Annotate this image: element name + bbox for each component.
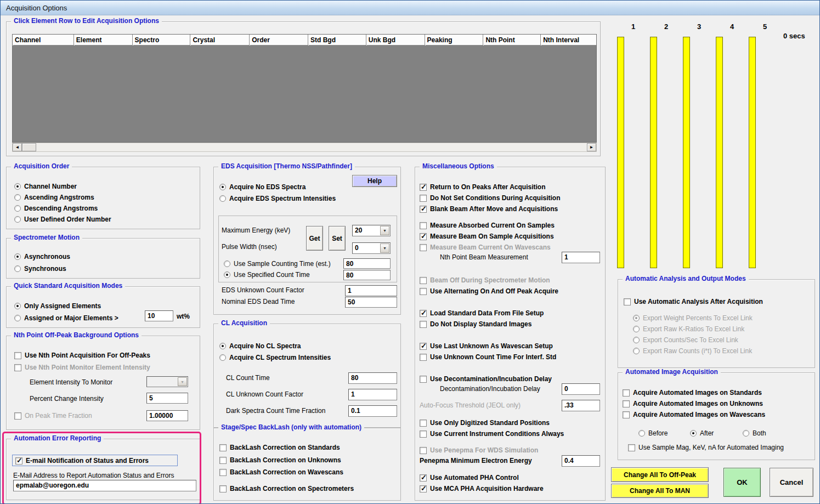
radio-ascending-angstroms[interactable]: Ascending Angstroms — [14, 193, 94, 202]
column-header-nth-interval[interactable]: Nth Interval — [541, 35, 596, 46]
radio-user-defined-order[interactable]: User Defined Order Number — [14, 215, 111, 224]
radio-no-cl-spectra[interactable]: Acquire No CL Spectra — [219, 342, 301, 350]
autofocus-threshold-input[interactable]: .33 — [562, 400, 600, 411]
checkbox-images-wavescans[interactable]: Acquire Automated Images on Wavescans — [623, 410, 765, 419]
checkbox-digitized-standard-positions[interactable]: Use Only Digitized Standard Positions — [420, 418, 550, 427]
radio-export-counts-sec[interactable]: Export Counts/Sec To Excel Link — [633, 336, 738, 344]
checkbox-decontamination-delay[interactable]: Use Decontamination/Incubation Delay — [420, 375, 552, 383]
cl-unknown-factor-input[interactable]: 1 — [348, 389, 397, 400]
checkbox-backlash-spectrometers[interactable]: BackLash Correction on Spectrometers — [219, 484, 354, 493]
checkbox-auto-analysis[interactable]: Use Automatic Analysis After Acquisition — [624, 297, 763, 306]
set-button[interactable]: Set — [329, 226, 346, 251]
radio-channel-number[interactable]: Channel Number — [14, 182, 77, 191]
change-all-offpeak-button[interactable]: Change All To Off-Peak — [611, 467, 709, 482]
checkbox-use-nth-point-offpeaks[interactable]: Use Nth Point Acquisition For Off-Peaks — [14, 351, 150, 360]
column-header-spectro[interactable]: Spectro — [133, 35, 191, 46]
change-all-man-button[interactable]: Change All To MAN — [611, 484, 709, 498]
table-hscrollbar[interactable]: ◄ ► — [12, 143, 597, 152]
sample-counting-time-input[interactable]: 80 — [343, 258, 391, 269]
checkbox-images-standards[interactable]: Acquire Automated Images on Standards — [623, 388, 762, 397]
checkbox-on-peak-fraction[interactable]: On Peak Time Fraction — [14, 411, 92, 420]
checkbox-email-notification[interactable]: E-mail Notification of Status and Errors — [15, 456, 149, 465]
radio-no-eds-spectra[interactable]: Acquire No EDS Spectra — [219, 183, 306, 191]
scrollbar-thumb[interactable] — [22, 143, 36, 151]
email-address-input[interactable]: epmalab@uoregon.edu — [13, 480, 196, 491]
column-header-order[interactable]: Order — [250, 35, 308, 46]
decontamination-delay-input[interactable]: 0 — [562, 383, 600, 395]
radio-only-assigned-elements[interactable]: Only Assigned Elements — [14, 302, 101, 310]
radio-image-after[interactable]: After — [690, 429, 714, 438]
checkbox-alternating-on-off[interactable]: Use Alternating On And Off Peak Acquire — [420, 287, 558, 296]
checkbox-backlash-wavescans[interactable]: BackLash Correction on Wavescans — [219, 468, 343, 477]
max-energy-select[interactable]: 20 ▼ — [352, 225, 391, 236]
column-header-channel[interactable]: Channel — [13, 35, 74, 46]
checkbox-automated-pha[interactable]: Use Automated PHA Control — [420, 473, 519, 482]
checkbox-unknown-count-interf[interactable]: Use Unknown Count Time For Interf. Std — [420, 353, 556, 361]
specified-count-time-input[interactable]: 80 — [343, 270, 391, 280]
dark-spectra-fraction-input[interactable]: 0.1 — [348, 405, 397, 417]
checkbox-beam-off-motion[interactable]: Beam Off During Spectrometer Motion — [420, 276, 550, 285]
titlebar[interactable]: Acquisition Options — [1, 1, 819, 15]
radio-asynchronous[interactable]: Asynchronous — [14, 252, 70, 261]
checkbox-current-instrument-conditions[interactable]: Use Current Instrument Conditions Always — [420, 429, 564, 438]
spectrometer-bar-5 — [749, 37, 756, 268]
radio-specified-count-time[interactable]: Use Specified Count Time — [224, 270, 310, 279]
scroll-right-icon[interactable]: ► — [587, 143, 596, 151]
column-header-unk-bgd[interactable]: Unk Bgd — [366, 35, 425, 46]
eds-unknown-factor-input[interactable]: 1 — [345, 285, 397, 296]
radio-export-k-ratios[interactable]: Export Raw K-Ratios To Excel Link — [633, 325, 744, 333]
checkbox-icon — [420, 485, 427, 492]
column-header-peaking[interactable]: Peaking — [425, 35, 484, 46]
nth-beam-input[interactable]: 1 — [562, 252, 600, 263]
column-header-element[interactable]: Element — [74, 35, 133, 46]
radio-sample-counting-time[interactable]: Use Sample Counting Time (est.) — [224, 259, 331, 268]
major-wt-input[interactable]: 10 — [145, 310, 173, 321]
radio-image-before[interactable]: Before — [638, 429, 668, 438]
radio-export-weight-percents[interactable]: Export Weight Percents To Excel Link — [633, 314, 753, 322]
checkbox-images-unknowns[interactable]: Acquire Automated Images on Unknowns — [623, 399, 763, 408]
checkbox-measure-beam-samples[interactable]: Measure Beam On Sample Acquisitions — [420, 232, 554, 241]
dropdown-arrow-icon[interactable]: ▼ — [380, 226, 389, 235]
element-table-body[interactable] — [13, 46, 596, 142]
checkbox-backlash-standards[interactable]: BackLash Correction on Standards — [219, 443, 340, 452]
dropdown-arrow-icon[interactable]: ▼ — [178, 377, 187, 386]
checkbox-penepma-wds[interactable]: Use Penepma For WDS Simulation — [420, 446, 538, 455]
radio-assigned-or-major[interactable]: Assigned or Major Elements > — [14, 314, 118, 322]
checkbox-no-set-conditions[interactable]: Do Not Set Conditions During Acquisition — [420, 194, 561, 202]
checkbox-measure-absorbed-current[interactable]: Measure Absorbed Current On Samples — [420, 221, 555, 230]
checkbox-mca-pha-hardware[interactable]: Use MCA PHA Acquisition Hardware — [420, 484, 544, 493]
radio-descending-angstroms[interactable]: Descending Angstroms — [14, 204, 98, 213]
scroll-left-icon[interactable]: ◄ — [13, 143, 22, 151]
scrollbar-track[interactable] — [36, 143, 587, 151]
column-header-std-bgd[interactable]: Std Bgd — [308, 35, 366, 46]
radio-eds-spectrum-intensities[interactable]: Acquire EDS Spectrum Intensities — [219, 194, 336, 203]
radio-cl-spectrum-intensities[interactable]: Acquire CL Spectrum Intensities — [219, 353, 331, 362]
checkbox-measure-beam-wavescans[interactable]: Measure Beam Current On Wavescans — [420, 243, 551, 252]
pulse-width-select[interactable]: 0 ▼ — [352, 242, 391, 254]
checkbox-load-standard-data[interactable]: Load Standard Data From File Setup — [420, 309, 544, 318]
column-header-nth-point[interactable]: Nth Point — [483, 35, 541, 46]
dropdown-arrow-icon[interactable]: ▼ — [380, 243, 389, 253]
checkbox-backlash-unknowns[interactable]: BackLash Correction on Unknowns — [219, 456, 341, 465]
radio-image-both[interactable]: Both — [743, 429, 766, 438]
eds-dead-time-input[interactable]: 50 — [345, 297, 397, 308]
ok-button[interactable]: OK — [723, 468, 761, 497]
help-button[interactable]: Help — [352, 175, 397, 187]
radio-export-raw-counts[interactable]: Export Raw Counts (i*t) To Excel Link — [633, 347, 752, 355]
on-peak-fraction-input[interactable]: 1.00000 — [146, 410, 188, 421]
checkbox-sample-mag-kev[interactable]: Use Sample Mag, KeV, nA for Automated Im… — [628, 443, 784, 452]
penepma-min-energy-input[interactable]: 0.4 — [562, 455, 600, 467]
nth-beam-label: Nth Point Beam Measurement — [440, 253, 528, 261]
radio-synchronous[interactable]: Synchronous — [14, 264, 66, 273]
checkbox-no-display-standard-images[interactable]: Do Not Display Standard Images — [420, 320, 531, 329]
cancel-button[interactable]: Cancel — [770, 468, 813, 497]
column-header-crystal[interactable]: Crystal — [190, 35, 250, 46]
checkbox-nth-point-monitor[interactable]: Use Nth Point Monitor Element Intensity — [14, 363, 150, 372]
cl-count-time-input[interactable]: 80 — [348, 372, 397, 384]
get-button[interactable]: Get — [306, 226, 323, 251]
element-intensity-select[interactable]: ▼ — [146, 376, 188, 387]
percent-change-input[interactable]: 5 — [146, 393, 188, 404]
checkbox-blank-beam[interactable]: Blank Beam After Move and Acquisitions — [420, 205, 558, 213]
checkbox-last-unknown-wavescan[interactable]: Use Last Unknown As Wavescan Setup — [420, 342, 553, 350]
checkbox-return-on-peaks[interactable]: Return to On Peaks After Acquisition — [420, 183, 545, 191]
